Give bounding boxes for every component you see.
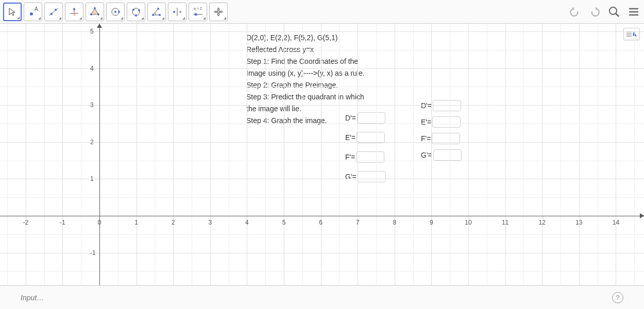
label-e-prime-2: E'= [421, 118, 431, 126]
field-e-prime-2: E'= [421, 116, 461, 128]
panel-toggle[interactable] [623, 28, 640, 40]
input-e-prime-1[interactable] [357, 132, 385, 143]
input-e-prime-2[interactable] [432, 116, 461, 128]
input-g-prime-1[interactable] [358, 171, 386, 182]
y-tick-label: 1 [90, 175, 94, 182]
angle-tool[interactable] [147, 3, 166, 21]
field-f-prime-1: F'= [345, 151, 384, 163]
svg-text:A: A [35, 6, 38, 12]
y-tick-label: 4 [90, 65, 94, 72]
svg-point-28 [609, 7, 617, 14]
svg-point-13 [114, 11, 116, 13]
y-tick-label: -1 [90, 249, 96, 256]
svg-point-21 [159, 14, 161, 16]
svg-point-27 [195, 13, 197, 15]
x-tick-label: 7 [356, 219, 360, 226]
reflect-tool[interactable] [168, 3, 187, 21]
input-bar: ? [0, 285, 644, 309]
svg-point-3 [50, 13, 53, 15]
label-f-prime-1: F'= [345, 153, 355, 161]
move-tool[interactable] [3, 3, 22, 21]
y-tick-label: 5 [90, 28, 94, 35]
y-tick-label: 3 [90, 101, 94, 109]
svg-point-7 [73, 8, 75, 10]
svg-point-10 [97, 13, 99, 15]
x-tick-label: 13 [575, 219, 582, 226]
x-tick-label: 12 [539, 219, 546, 226]
field-d-prime-1: D'= [345, 112, 385, 124]
field-e-prime-1: E'= [345, 132, 385, 143]
x-tick-label: 5 [282, 219, 286, 226]
input-g-prime-2[interactable] [433, 149, 462, 161]
field-g-prime-1: G'= [345, 171, 386, 182]
circle-center-tool[interactable] [106, 3, 125, 21]
input-d-prime-1[interactable] [357, 112, 385, 124]
svg-text:a = 2: a = 2 [194, 7, 202, 10]
graph-canvas[interactable]: D(2,0), E(2,2), F(5,2), G(5,1) Reflected… [0, 24, 644, 285]
x-tick-label: 10 [465, 219, 471, 226]
command-input[interactable] [21, 290, 612, 305]
svg-point-14 [118, 11, 120, 13]
field-g-prime-2: G'= [421, 149, 462, 161]
svg-point-11 [90, 13, 92, 15]
circle-3pt-tool[interactable] [127, 3, 145, 21]
svg-point-9 [94, 7, 96, 9]
undo-button[interactable] [568, 5, 582, 19]
svg-line-29 [616, 13, 619, 16]
x-tick-label: 3 [208, 219, 212, 226]
x-tick-label: 0 [98, 219, 101, 226]
search-button[interactable] [607, 5, 621, 19]
point-tool[interactable]: A [24, 3, 42, 21]
redo-button[interactable] [587, 5, 602, 19]
slider-tool[interactable]: a = 2 [189, 3, 207, 21]
x-tick-label: -2 [23, 219, 28, 226]
x-tick-label: 2 [172, 219, 175, 226]
x-tick-label: 14 [613, 219, 619, 226]
x-tick-label: -1 [60, 219, 65, 226]
y-tick-label: 2 [90, 139, 94, 146]
input-f-prime-1[interactable] [356, 151, 384, 163]
menu-button[interactable] [626, 5, 641, 19]
x-tick-label: 6 [319, 219, 323, 226]
svg-point-23 [173, 11, 175, 13]
x-tick-label: 8 [393, 219, 396, 226]
svg-point-20 [157, 8, 159, 10]
x-tick-label: 1 [134, 219, 138, 226]
svg-point-17 [138, 9, 140, 11]
label-e-prime-1: E'= [345, 133, 355, 142]
svg-point-18 [135, 14, 137, 16]
polygon-tool[interactable] [86, 3, 104, 21]
line-tool[interactable] [44, 3, 63, 21]
svg-point-4 [55, 9, 57, 11]
svg-point-16 [132, 9, 134, 11]
pan-tool[interactable] [209, 3, 228, 21]
svg-point-19 [152, 14, 154, 16]
label-g-prime-2: G'= [421, 151, 432, 159]
x-tick-label: 9 [430, 219, 433, 226]
label-f-prime-2: F'= [421, 134, 431, 143]
perpendicular-tool[interactable] [65, 3, 83, 21]
toolbar: A a = 2 [0, 0, 644, 24]
x-tick-label: 11 [502, 219, 509, 226]
x-tick-label: 4 [245, 219, 249, 226]
label-g-prime-1: G'= [345, 173, 357, 181]
label-d-prime-1: D'= [345, 114, 356, 122]
help-icon[interactable]: ? [612, 292, 623, 303]
svg-point-1 [30, 12, 33, 15]
svg-point-24 [179, 11, 181, 13]
